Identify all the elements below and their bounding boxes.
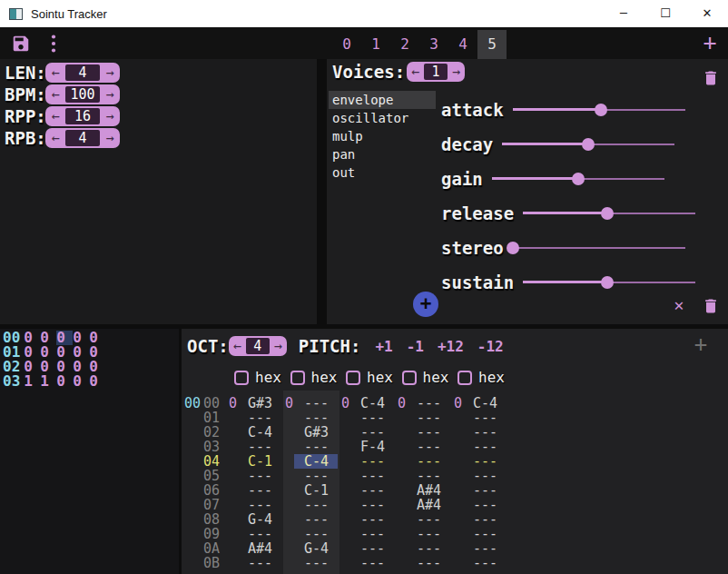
note-cell[interactable]: --- <box>408 425 452 440</box>
note-cell[interactable]: --- <box>352 498 396 512</box>
note-cell[interactable]: G-4 <box>296 541 339 556</box>
pitch-button-minus12[interactable]: -12 <box>477 338 504 355</box>
unit-item-envelope[interactable]: envelope <box>329 91 436 109</box>
note-cell[interactable]: --- <box>408 469 452 483</box>
note-cell[interactable]: --- <box>240 498 283 512</box>
note-cell[interactable]: C-4 <box>465 396 508 411</box>
note-cell[interactable]: --- <box>408 541 452 556</box>
note-cell[interactable]: --- <box>465 498 508 512</box>
close-unit-button[interactable]: ✕ <box>669 295 689 315</box>
attack-slider-thumb[interactable] <box>595 104 607 116</box>
note-cell[interactable]: --- <box>465 527 508 541</box>
tab-instrument-2[interactable]: 2 <box>390 30 419 59</box>
note-cell[interactable]: --- <box>408 454 452 469</box>
note-cell[interactable]: --- <box>352 483 396 498</box>
order-rows[interactable]: 0000000010000002000000311000 <box>0 331 102 389</box>
rpp-decrement-arrow-icon[interactable]: ← <box>45 106 65 126</box>
len-increment-arrow-icon[interactable]: → <box>100 63 120 83</box>
note-cell[interactable]: --- <box>240 556 283 570</box>
pattern-row-07[interactable]: 07---------A#4--- <box>183 498 508 512</box>
add-instrument-button[interactable]: + <box>698 28 722 57</box>
note-cell[interactable]: --- <box>465 512 508 527</box>
tab-instrument-0[interactable]: 0 <box>332 30 361 59</box>
tab-instrument-1[interactable]: 1 <box>361 30 390 59</box>
sustain-slider-thumb[interactable] <box>601 276 614 289</box>
octave-decrement-arrow-icon[interactable]: ← <box>229 336 246 356</box>
add-unit-button[interactable]: + <box>413 292 438 317</box>
note-cell[interactable]: --- <box>296 396 339 411</box>
note-cell[interactable]: C-4 <box>352 396 396 411</box>
order-cell[interactable]: 0 <box>69 374 85 389</box>
note-cell[interactable]: G#3 <box>240 396 283 411</box>
note-cell[interactable]: --- <box>352 556 396 570</box>
pattern-row-0B[interactable]: 0B--------------- <box>183 556 508 570</box>
note-cell[interactable]: --- <box>465 454 508 469</box>
note-cell[interactable]: G#3 <box>296 425 339 440</box>
pattern-row-05[interactable]: 05--------------- <box>183 469 508 483</box>
hex-checkbox-track-3[interactable] <box>402 371 417 385</box>
pattern-row-0A[interactable]: 0AA#4G-4--------- <box>183 541 508 556</box>
release-slider-thumb[interactable] <box>601 207 614 220</box>
pattern-row-06[interactable]: 06---C-1---A#4--- <box>183 483 508 498</box>
note-cell[interactable]: --- <box>408 440 452 454</box>
note-cell[interactable]: --- <box>465 541 508 556</box>
note-cell[interactable]: --- <box>240 411 283 425</box>
pattern-row-09[interactable]: 09--------------- <box>183 527 508 541</box>
note-cell[interactable]: --- <box>408 411 452 425</box>
attack-slider[interactable] <box>513 104 685 116</box>
order-cell[interactable]: 1 <box>36 374 53 389</box>
note-cell[interactable]: --- <box>296 440 339 454</box>
note-cell[interactable]: C-4 <box>240 425 283 440</box>
delete-unit-button[interactable] <box>702 296 720 316</box>
pitch-button-minus1[interactable]: -1 <box>407 338 424 355</box>
delete-instrument-button[interactable] <box>702 68 720 88</box>
note-cell[interactable]: --- <box>240 440 283 454</box>
order-row-03[interactable]: 0311000 <box>0 374 102 389</box>
order-cell[interactable]: 0 <box>85 374 102 389</box>
note-cell[interactable]: --- <box>352 541 396 556</box>
tab-instrument-5[interactable]: 5 <box>477 30 507 59</box>
pattern-row-03[interactable]: 03------F-4------ <box>183 440 508 454</box>
note-cell[interactable]: --- <box>296 512 339 527</box>
minimize-button[interactable]: ─ <box>603 0 644 27</box>
note-cell[interactable]: --- <box>296 556 339 570</box>
tab-instrument-4[interactable]: 4 <box>448 30 477 59</box>
note-cell[interactable]: G-4 <box>240 512 283 527</box>
note-cell[interactable]: --- <box>352 527 396 541</box>
unit-item-pan[interactable]: pan <box>329 145 436 163</box>
rpb-increment-arrow-icon[interactable]: → <box>100 128 120 148</box>
order-cell[interactable]: 0 <box>53 374 69 389</box>
pattern-row-08[interactable]: 08G-4------------ <box>183 512 508 527</box>
hex-checkbox-track-1[interactable] <box>290 371 305 385</box>
note-cell[interactable]: --- <box>296 411 339 425</box>
note-cell[interactable]: --- <box>408 396 452 411</box>
pattern-row-01[interactable]: 01--------------- <box>183 411 508 425</box>
gain-slider-thumb[interactable] <box>572 173 585 185</box>
voices-increment-arrow-icon[interactable]: → <box>448 62 465 82</box>
note-cell[interactable]: --- <box>240 527 283 541</box>
pitch-button-plus1[interactable]: +1 <box>375 338 392 355</box>
note-cell[interactable]: --- <box>352 425 396 440</box>
note-cell[interactable]: C-1 <box>240 454 283 469</box>
close-button[interactable]: ✕ <box>686 0 728 27</box>
note-cell[interactable]: --- <box>408 527 452 541</box>
unit-item-mulp[interactable]: mulp <box>329 127 436 145</box>
unit-item-out[interactable]: out <box>329 163 436 182</box>
note-cell[interactable]: --- <box>465 411 508 425</box>
pattern-row-02[interactable]: 02C-4G#3--------- <box>183 425 508 440</box>
octave-increment-arrow-icon[interactable]: → <box>270 336 287 356</box>
maximize-button[interactable]: ☐ <box>644 0 686 27</box>
note-cell[interactable]: C-1 <box>296 483 339 498</box>
note-cell[interactable]: --- <box>465 440 508 454</box>
note-cell[interactable]: --- <box>352 411 396 425</box>
menu-button[interactable] <box>47 33 60 54</box>
unit-item-oscillator[interactable]: oscillator <box>329 109 436 127</box>
tab-instrument-3[interactable]: 3 <box>419 30 448 59</box>
rpb-decrement-arrow-icon[interactable]: ← <box>45 128 65 148</box>
note-cell[interactable]: --- <box>465 556 508 570</box>
decay-slider-thumb[interactable] <box>582 138 595 151</box>
note-cell[interactable]: --- <box>296 527 339 541</box>
order-cell[interactable]: 1 <box>20 374 36 389</box>
note-cell[interactable]: --- <box>296 469 339 483</box>
stereo-slider-thumb[interactable] <box>507 242 519 254</box>
